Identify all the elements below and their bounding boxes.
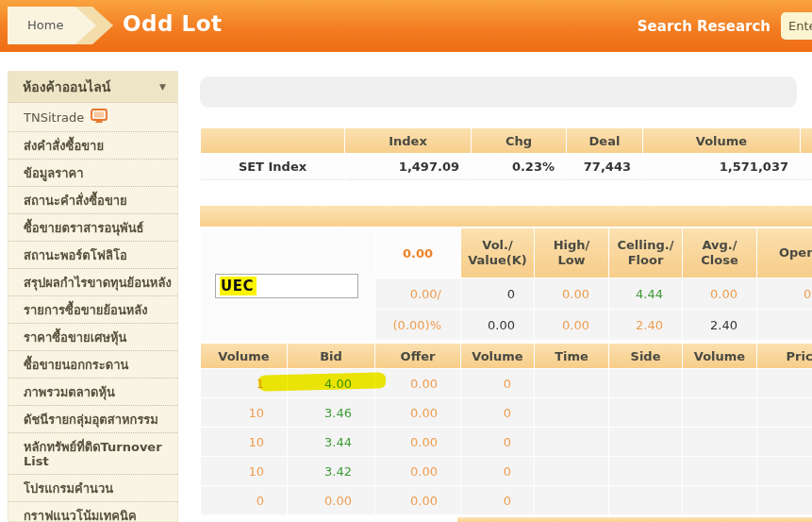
book-header-volume-last: Volume [683, 344, 756, 368]
sidebar-item-turnover-list[interactable]: หลักทรัพย์ที่ติดTurnover List [8, 433, 177, 475]
sidebar-item-derivatives[interactable]: ซื้อขายตราสารอนุพันธ์ [8, 214, 177, 242]
quote-header-vol-value: Vol./Value(K) [461, 228, 534, 278]
set-index-value: 1,497.09 [345, 154, 471, 180]
sidebar-item-market-overview[interactable]: ภาพรวมตลาดหุ้น [8, 379, 177, 406]
next-section-header-partial [457, 517, 812, 522]
set-deal-value: 77,443 [567, 154, 642, 180]
page-title: Odd Lot [123, 11, 222, 36]
quote-header-ceiling-floor: Celling./Floor [609, 228, 682, 278]
sidebar-item-trade-history[interactable]: รายการซื้อขายย้อนหลัง [8, 296, 177, 324]
sidebar-item-odd-lot-price[interactable]: ราคาซื้อขายเศษหุ้น [8, 324, 177, 351]
book-header-time: Time [535, 344, 608, 368]
sidebar-item-price-info[interactable]: ข้อมูลราคา [8, 160, 177, 187]
chevron-down-icon: ▼ [159, 82, 166, 92]
set-header-volume: Volume [643, 128, 800, 153]
search-input[interactable]: Enter [781, 12, 812, 40]
book-row: 0 0.00 0.00 0 [201, 486, 812, 514]
set-volume-value: 1,571,037 [643, 154, 800, 180]
set-header-index: Index [345, 128, 471, 153]
order-book: Volume Bid Offer Volume Time Side Volume… [200, 343, 812, 515]
sidebar-item-label: TNSitrade [24, 110, 84, 125]
sidebar-item-send-order[interactable]: ส่งคำสั่งซื้อขาย [8, 132, 177, 160]
empty-panel [200, 76, 797, 108]
set-header-partial [801, 128, 812, 153]
quote-header-open1: Open 1 [757, 228, 812, 278]
odd-lot-page: { "header": { "home": "Home", "title": "… [0, 0, 812, 522]
book-header-bid: Bid [288, 344, 374, 368]
sidebar-item-sector-index[interactable]: ดัชนีรายกลุ่มอุตสาหกรรม [8, 406, 177, 433]
book-row: 10 3.46 0.00 0 [201, 398, 812, 427]
sidebar-item-portfolio-status[interactable]: สถานะพอร์ตโฟลิโอ [8, 242, 177, 269]
sidebar-item-off-board-trade[interactable]: ซื้อขายนอกกระดาน [8, 351, 177, 379]
book-header-price: Price [757, 344, 812, 368]
sidebar-item-tnsitrade[interactable]: TNSitrade [8, 103, 177, 132]
sidebar-section-header[interactable]: ห้องค้าออนไลน์ ▼ [8, 72, 177, 103]
book-row: 1 4.00 0.00 0 [201, 369, 812, 397]
top-header: Home Odd Lot Search Research Enter [0, 0, 812, 52]
book-header-side: Side [609, 344, 682, 368]
breadcrumb-home-label: Home [27, 18, 63, 32]
set-index-row: SET Index 1,497.09 0.23% 77,443 1,571,03… [201, 154, 812, 180]
book-row: 10 3.42 0.00 0 [201, 457, 812, 485]
book-header-volume-offer: Volume [461, 344, 534, 368]
quote-header-high-low: High/Low [535, 228, 608, 278]
book-header-volume-bid: Volume [201, 344, 287, 368]
sidebar-item-technical-chart[interactable]: กราฟแนวโน้มเทคนิค [8, 502, 177, 522]
set-chg-value: 0.23% [472, 154, 566, 180]
sidebar-item-order-status[interactable]: สถานะคำสั่งซื้อขาย [8, 187, 177, 214]
sidebar-section-title: ห้องค้าออนไลน์ [23, 76, 110, 97]
sidebar-item-calculator[interactable]: โปรแกรมคำนวน [8, 475, 177, 502]
sidebar: ห้องค้าออนไลน์ ▼ TNSitrade ส่งคำสั่งซื้อ… [8, 71, 178, 522]
main-content: Index Chg Deal Volume SET Index 1,497.09… [200, 71, 812, 522]
sidebar-item-profit-loss-history[interactable]: สรุปผลกำไรขาดทุนย้อนหลัง [8, 269, 177, 296]
quote-section: 0.00 Vol./Value(K) High/Low Celling./Flo… [200, 206, 812, 522]
order-book-table: Volume Bid Offer Volume Time Side Volume… [200, 343, 812, 515]
last-price: 0.00 [375, 228, 460, 278]
symbol-input-value: UEC [220, 277, 257, 295]
search-input-text: Enter [788, 19, 812, 33]
search-research-link[interactable]: Search Research [638, 18, 771, 35]
book-header-offer: Offer [375, 344, 460, 368]
quote-header-avg-close: Avg./Close [683, 228, 756, 278]
quote-section-title-bar [200, 206, 812, 227]
set-header-deal: Deal [567, 128, 642, 153]
monitor-icon [91, 109, 108, 126]
set-header-blank [201, 128, 344, 153]
symbol-input[interactable]: UEC [215, 274, 358, 298]
set-row-label: SET Index [201, 154, 344, 180]
book-row: 10 3.44 0.00 0 [201, 428, 812, 456]
set-header-chg: Chg [472, 128, 566, 153]
set-index-table: Index Chg Deal Volume SET Index 1,497.09… [200, 127, 812, 181]
